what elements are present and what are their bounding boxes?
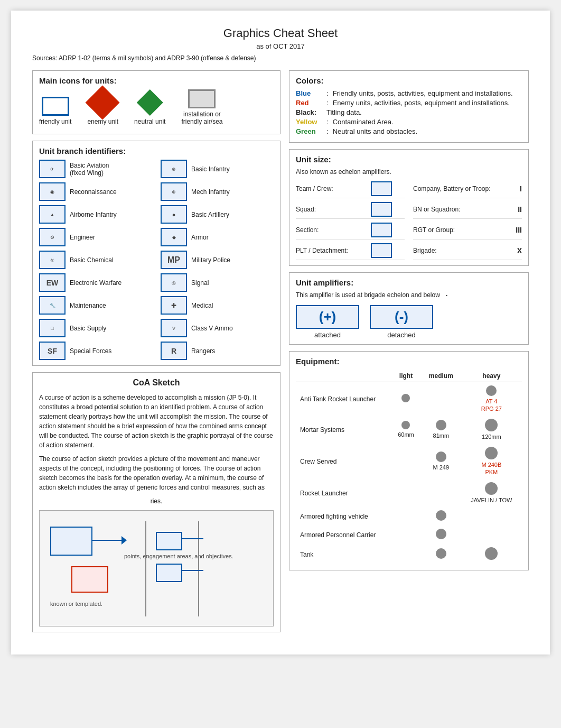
size-company-label: Company, Battery or Troop: <box>413 185 491 192</box>
apc-medium <box>421 526 461 544</box>
detached-label: detached <box>387 331 416 339</box>
equip-col-medium: medium <box>421 370 461 382</box>
sketch-box-1 <box>50 527 92 556</box>
equipment-section: Equipment: light medium heavy Anti <box>289 351 529 570</box>
branch-item-armor: ◆ Armor <box>161 228 274 246</box>
size-row-squad: Squad: <box>296 200 405 219</box>
size-row-section: Section: <box>296 221 405 239</box>
size-bn-label: BN or Squadron: <box>413 206 482 213</box>
crew-heavy-note: M 240BPKM <box>481 462 501 475</box>
neutral-unit-label: neutral unit <box>134 118 165 125</box>
colors-list: Blue : Friendly units, posts, activities… <box>296 89 522 135</box>
airborne-label: Airborne Infantry <box>70 211 117 218</box>
main-icons-title: Main icons for units: <box>39 76 274 85</box>
color-green-colon: : <box>326 127 329 135</box>
color-red-name: Red <box>296 99 322 107</box>
equip-row-tank: Tank <box>296 544 522 565</box>
tank-medium <box>421 544 461 565</box>
color-yellow-colon: : <box>326 118 329 126</box>
color-green-desc: Neutral units and obstacles. <box>333 127 417 135</box>
color-green-row: Green : Neutral units and obstacles. <box>296 127 522 135</box>
coa-sketch-diagram: points, engagement areas, and objectives… <box>39 510 274 626</box>
mech-label: Mech Infantry <box>191 188 230 196</box>
color-blue-colon: : <box>326 89 329 97</box>
unit-size-section: Unit size: Also known as echelon amplifi… <box>289 149 529 266</box>
branch-item-chemical: ☣ Basic Chemical <box>39 251 152 269</box>
signal-icon: ◎ <box>161 273 187 292</box>
branch-item-supply: □ Basic Supply <box>39 319 152 337</box>
classv-icon: V <box>161 319 187 337</box>
armor-label: Armor <box>191 234 209 241</box>
airborne-icon: ▲ <box>39 205 66 224</box>
afv-heavy <box>461 507 522 526</box>
afv-name: Armored fighting vehicle <box>296 507 391 526</box>
ew-icon: EW <box>39 273 66 292</box>
atrl-medium <box>421 382 461 416</box>
color-blue-desc: Friendly units, posts, activities, equip… <box>333 89 513 97</box>
mortar-medium: 81mm <box>421 416 461 444</box>
size-bn-roman: II <box>518 205 522 214</box>
mortar-heavy: 120mm <box>461 416 522 444</box>
crew-light <box>391 444 421 479</box>
size-rgt-label: RGT or Group: <box>413 226 482 234</box>
color-yellow-row: Yellow : Contaminated Area. <box>296 118 522 126</box>
equip-row-apc: Armored Personnel Carrier <box>296 526 522 544</box>
page-title: Graphics Cheat Sheet <box>32 26 529 40</box>
crew-name: Crew Served <box>296 444 391 479</box>
mortar-medium-note: 81mm <box>433 432 450 439</box>
branch-grid: ✈ Basic Aviation(fixed Wing) ⊕ Basic Inf… <box>39 160 274 360</box>
right-column: Colors: Blue : Friendly units, posts, ac… <box>289 70 529 639</box>
sketch-friendly-1 <box>156 532 182 550</box>
page-subtitle: as of OCT 2017 <box>32 42 529 50</box>
crew-medium-note: M 249 <box>433 464 450 471</box>
mech-icon: ⊕ <box>161 182 187 201</box>
mortar-heavy-note: 120mm <box>482 434 501 440</box>
equip-col-heavy: heavy <box>461 370 522 382</box>
rangers-label: Rangers <box>191 347 215 355</box>
size-row-plt: PLT / Detachment: <box>296 242 405 260</box>
size-team-icon <box>371 181 392 196</box>
amplifiers-subtitle: This amplifier is used at brigade echelo… <box>296 291 522 299</box>
color-blue-name: Blue <box>296 89 322 97</box>
detached-symbol: (-) <box>370 305 433 329</box>
main-content: Main icons for units: friendly unit enem… <box>32 70 529 639</box>
friendly-unit-icon-item: friendly unit <box>39 97 71 125</box>
color-green-name: Green <box>296 127 322 135</box>
size-squad-icon <box>371 202 392 217</box>
equip-header-row: light medium heavy <box>296 370 522 382</box>
attached-label: attached <box>314 331 341 339</box>
sketch-arrow2 <box>182 538 203 539</box>
rl-heavy: JAVELIN / TOW <box>461 479 522 507</box>
color-red-colon: : <box>326 99 329 107</box>
branch-item-sf: SF Special Forces <box>39 342 152 360</box>
coa-section: CoA Sketch A course of action is a schem… <box>32 372 280 632</box>
size-squad-label: Squad: <box>296 206 364 213</box>
color-yellow-name: Yellow <box>296 118 322 126</box>
apc-light <box>391 526 421 544</box>
armor-icon: ◆ <box>161 228 187 246</box>
friendly-unit-label: friendly unit <box>39 118 71 125</box>
artillery-icon: ● <box>161 205 187 224</box>
infantry-icon: ⊕ <box>161 160 187 178</box>
tank-light <box>391 544 421 565</box>
atrl-light <box>391 382 421 416</box>
page: Graphics Cheat Sheet as of OCT 2017 Sour… <box>11 11 550 655</box>
coa-para1: A course of action is a scheme developed… <box>39 393 274 450</box>
supply-label: Basic Supply <box>70 325 106 332</box>
rl-light <box>391 479 421 507</box>
artillery-label: Basic Artillery <box>191 211 229 218</box>
recon-icon: ◉ <box>39 182 66 201</box>
equip-row-afv: Armored fighting vehicle <box>296 507 522 526</box>
maintenance-label: Maintenance <box>70 302 106 309</box>
infantry-label: Basic Infantry <box>191 165 230 173</box>
friendly-unit-icon <box>42 97 69 116</box>
neutral-unit-icon-item: neutral unit <box>134 89 165 125</box>
sketch-text-known: known or templated. <box>50 601 102 607</box>
medical-icon: ✚ <box>161 296 187 315</box>
branch-item-aviation: ✈ Basic Aviation(fixed Wing) <box>39 160 152 178</box>
equip-row-mortar: Mortar Systems 60mm 81mm 1 <box>296 416 522 444</box>
signal-label: Signal <box>191 279 209 287</box>
supply-icon: □ <box>39 319 66 337</box>
color-black-name: Black: <box>296 108 322 116</box>
size-row-company: Company, Battery or Troop: I <box>413 180 522 198</box>
